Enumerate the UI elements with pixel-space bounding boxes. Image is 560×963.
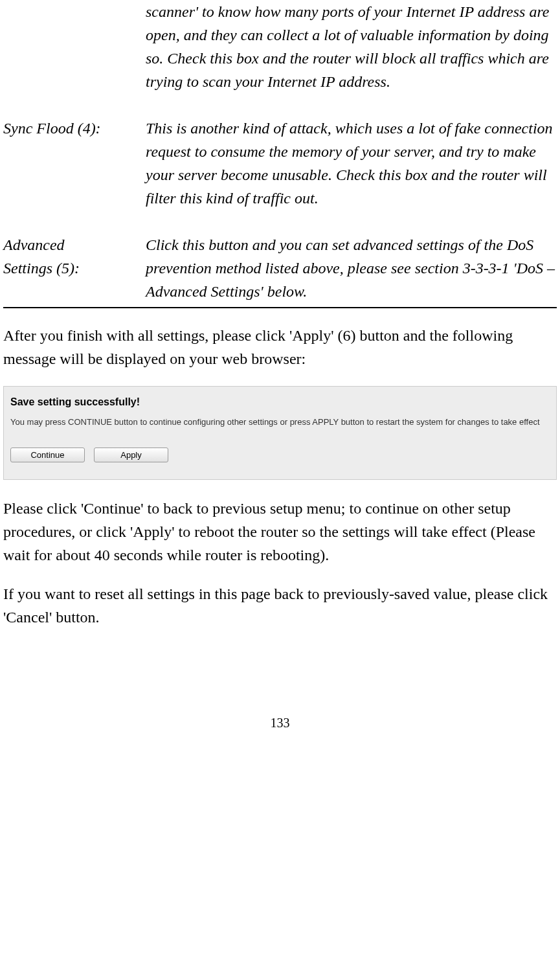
desc-sync-flood: This is another kind of attack, which us… — [146, 117, 557, 210]
paragraph-continue-apply: Please click 'Continue' to back to previ… — [3, 497, 557, 567]
term-advanced-settings: Advanced Settings (5): — [3, 233, 146, 303]
paragraph-after-settings: After you finish with all settings, plea… — [3, 324, 557, 370]
term-line1: Advanced — [3, 236, 65, 253]
save-success-dialog: Save setting successfully! You may press… — [3, 386, 557, 480]
table-row: scanner' to know how many ports of your … — [3, 0, 557, 93]
table-row: Advanced Settings (5): Click this button… — [3, 233, 557, 303]
dialog-button-row: Continue Apply — [10, 448, 550, 462]
term-cell-empty — [3, 0, 146, 93]
desc-advanced-settings: Click this button and you can set advanc… — [146, 233, 557, 303]
continue-button[interactable]: Continue — [10, 448, 85, 462]
dialog-text: You may press CONTINUE button to continu… — [10, 416, 550, 428]
table-row: Sync Flood (4): This is another kind of … — [3, 117, 557, 210]
definitions-table: scanner' to know how many ports of your … — [3, 0, 557, 303]
dialog-title: Save setting successfully! — [10, 394, 550, 410]
horizontal-divider — [3, 307, 557, 308]
paragraph-cancel-note: If you want to reset all settings in thi… — [3, 582, 557, 629]
apply-button[interactable]: Apply — [94, 448, 168, 462]
term-line2: Settings (5): — [3, 260, 80, 277]
desc-cell-portscan: scanner' to know how many ports of your … — [146, 0, 557, 93]
page-number: 133 — [3, 713, 557, 732]
term-sync-flood: Sync Flood (4): — [3, 117, 146, 210]
